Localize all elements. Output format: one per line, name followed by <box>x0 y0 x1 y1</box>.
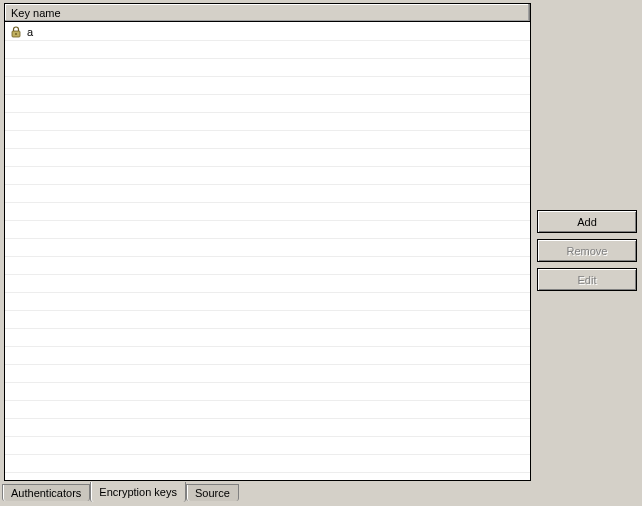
empty-row <box>5 455 530 473</box>
tab-authenticators[interactable]: Authenticators <box>2 484 90 501</box>
tab-label: Encryption keys <box>99 486 177 498</box>
empty-row <box>5 185 530 203</box>
empty-row <box>5 113 530 131</box>
empty-row <box>5 419 530 437</box>
empty-row <box>5 311 530 329</box>
empty-row <box>5 41 530 59</box>
tab-label: Authenticators <box>11 487 81 499</box>
empty-row <box>5 383 530 401</box>
empty-row <box>5 95 530 113</box>
column-header-label: Key name <box>11 7 61 19</box>
empty-row <box>5 437 530 455</box>
empty-row <box>5 239 530 257</box>
empty-row <box>5 221 530 239</box>
tab-strip: Authenticators Encryption keys Source <box>2 483 239 502</box>
empty-row <box>5 401 530 419</box>
key-list-panel: Key name a <box>4 3 531 481</box>
column-header-key-name[interactable]: Key name <box>5 4 530 21</box>
add-button[interactable]: Add <box>537 210 637 233</box>
list-body[interactable]: a <box>5 23 530 480</box>
empty-row <box>5 167 530 185</box>
empty-row <box>5 347 530 365</box>
empty-row <box>5 329 530 347</box>
edit-button[interactable]: Edit <box>537 268 637 291</box>
empty-row <box>5 149 530 167</box>
empty-row <box>5 257 530 275</box>
empty-row <box>5 131 530 149</box>
empty-row <box>5 77 530 95</box>
empty-row <box>5 293 530 311</box>
side-button-group: Add Remove Edit <box>537 210 637 291</box>
tab-source[interactable]: Source <box>186 484 239 501</box>
empty-row <box>5 203 530 221</box>
remove-button[interactable]: Remove <box>537 239 637 262</box>
tab-label: Source <box>195 487 230 499</box>
empty-row <box>5 365 530 383</box>
empty-row <box>5 59 530 77</box>
tab-encryption-keys[interactable]: Encryption keys <box>90 482 186 502</box>
empty-row <box>5 275 530 293</box>
list-header: Key name <box>5 4 530 22</box>
